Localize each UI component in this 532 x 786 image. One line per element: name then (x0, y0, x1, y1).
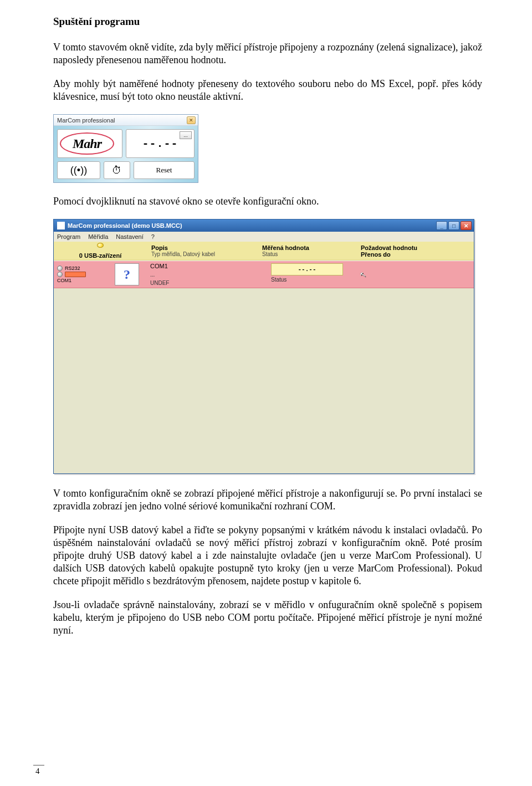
paragraph: Připojte nyní USB datový kabel a řiďte s… (53, 524, 482, 588)
window-title: MarCom professional (57, 117, 187, 124)
row-rs232: RS232 (65, 266, 80, 271)
menu-nastaveni[interactable]: Nastavení (116, 233, 144, 240)
col-popis: Popis (151, 244, 253, 251)
paragraph: Pomocí dvojkliknutí na stavové okno se o… (53, 195, 482, 208)
port-icon (65, 272, 86, 277)
columns-header: 0 USB-zařízení Popis Typ měřidla, Datový… (54, 242, 474, 261)
status-dot-icon (57, 272, 63, 277)
paragraph: V tomto stavovém okně vidíte, zda byly m… (53, 41, 482, 67)
stopwatch-icon[interactable]: ⏱ (104, 161, 130, 179)
brand-logo: Mahr (57, 129, 122, 158)
minimize-icon[interactable]: _ (436, 221, 447, 230)
menu-meridla[interactable]: Měřidla (88, 233, 108, 240)
paragraph: Aby mohly být naměřené hodnoty přeneseny… (53, 78, 482, 103)
close-icon[interactable]: ✕ (461, 221, 472, 230)
col-merena: Měřená hodnota (262, 244, 352, 251)
col-pozadovat: Požadovat hodnotu (361, 244, 469, 251)
question-icon: ? (115, 263, 139, 285)
menu-bar: Program Měřidla Nastavení ? (54, 232, 474, 242)
row-undef: UNDEF (150, 280, 254, 286)
paragraph: Jsou-li ovladače správně nainstalovány, … (53, 599, 482, 637)
menu-program[interactable]: Program (57, 233, 80, 240)
marcom-status-window: MarCom professional ✕ Mahr ... --.-- ((•… (53, 114, 198, 183)
window-title: MarCom professional (demo USB.MCC) (68, 222, 435, 229)
menu-help[interactable]: ? (151, 233, 155, 240)
status-dot-icon (57, 266, 63, 271)
maximize-icon[interactable]: □ (448, 221, 459, 230)
row-com1: COM1 (150, 263, 254, 269)
device-row[interactable]: RS232 COM1 ? COM1 ... UNDEF -- (54, 261, 474, 288)
antenna-icon[interactable]: ((•)) (57, 161, 100, 179)
cursor-icon: ↖ (359, 269, 369, 279)
more-button[interactable]: ... (180, 131, 192, 139)
app-icon (57, 222, 65, 229)
row-dots: ... (150, 272, 254, 278)
row-status: Status (271, 277, 343, 283)
section-heading: Spuštění programu (53, 16, 482, 28)
row-com1-label: COM1 (57, 278, 71, 283)
status-dot-icon (97, 243, 104, 248)
col-status: Status (262, 251, 352, 257)
row-value: --.-- (271, 263, 343, 275)
close-icon[interactable]: ✕ (187, 116, 196, 124)
col-popis-sub: Typ měřidla, Datový kabel (151, 251, 253, 257)
readout-display: ... --.-- (126, 129, 195, 158)
paragraph: V tomto konfiguračním okně se zobrazí př… (53, 487, 482, 513)
usb-devices-label: 0 USB-zařízení (79, 252, 121, 259)
reset-button[interactable]: Reset (134, 161, 195, 179)
col-prenos: Přenos do (361, 251, 469, 258)
marcom-config-window: MarCom professional (demo USB.MCC) _ □ ✕… (53, 219, 474, 474)
readout-value: --.-- (142, 137, 178, 150)
